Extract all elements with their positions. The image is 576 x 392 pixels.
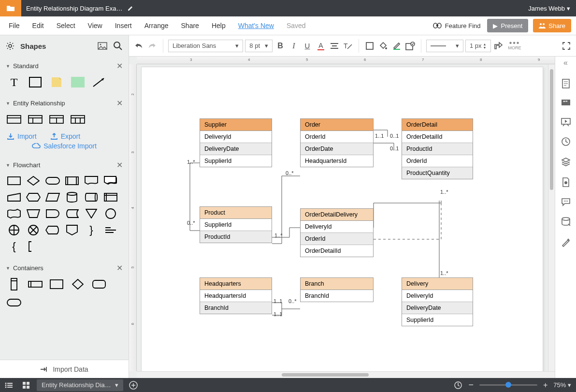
import-data-button[interactable]: Import Data	[0, 360, 129, 378]
fullscreen-button[interactable]	[561, 39, 572, 53]
shape-sum[interactable]	[26, 225, 41, 235]
shape-annotation[interactable]	[26, 241, 41, 252]
menu-arrange[interactable]: Arrange	[144, 22, 169, 29]
shape-container-rounded[interactable]	[92, 278, 106, 290]
clear-format-button[interactable]: T	[342, 39, 354, 53]
image-icon[interactable]	[98, 42, 107, 50]
master-pages-icon[interactable]	[562, 177, 570, 187]
entity-headquarters[interactable]: Headquarters HeadquartersId BranchId	[200, 277, 272, 314]
menu-help[interactable]: Help	[212, 22, 226, 29]
scrollbar-thumb[interactable]	[282, 373, 369, 377]
share-button[interactable]: Share	[533, 19, 571, 32]
section-entity[interactable]: ▼ Entity Relationship ✕	[0, 94, 129, 112]
close-icon[interactable]: ✕	[116, 99, 123, 108]
shape-erd-1[interactable]	[7, 114, 21, 125]
list-view-icon[interactable]	[0, 382, 17, 388]
export-link[interactable]: Export	[50, 132, 80, 140]
shape-erd-2[interactable]	[28, 114, 43, 125]
data-sets-icon[interactable]	[561, 217, 571, 227]
shape-manual-op[interactable]	[26, 208, 41, 219]
shape-decision[interactable]	[26, 175, 41, 186]
shape-preparation[interactable]	[26, 192, 41, 203]
sync-icon[interactable]	[454, 381, 462, 390]
align-button[interactable]	[329, 39, 340, 53]
present-button[interactable]: ▶ Present	[487, 19, 528, 32]
grid-view-icon[interactable]	[17, 382, 35, 389]
shape-terminator[interactable]	[45, 175, 60, 186]
fill-color-button[interactable]	[377, 39, 389, 53]
canvas[interactable]: 3 4 5 6 7 8 9 2 3 4 5 6 7	[129, 57, 555, 378]
menu-view[interactable]: View	[88, 22, 102, 29]
text-color-button[interactable]: A	[315, 39, 327, 53]
shape-rect[interactable]	[28, 76, 43, 88]
zoom-out-button[interactable]: −	[468, 380, 474, 390]
zoom-in-button[interactable]: +	[543, 381, 547, 390]
menu-whats-new[interactable]: What's New	[238, 22, 274, 29]
redo-button[interactable]	[146, 39, 158, 53]
shape-fill-button[interactable]	[364, 39, 375, 53]
shape-container-pill[interactable]	[7, 297, 21, 308]
salesforce-import-link[interactable]: Salesforce Import	[0, 142, 129, 156]
shape-storage[interactable]	[84, 192, 99, 203]
import-link[interactable]: Import	[7, 132, 37, 140]
shape-predef[interactable]	[65, 175, 79, 186]
chat-icon[interactable]	[561, 198, 571, 206]
layers-icon[interactable]	[561, 157, 571, 167]
entity-delivery[interactable]: Delivery DeliveryId DeliveryDate Supplie…	[402, 277, 473, 326]
entity-supplier[interactable]: Supplier DeliveryId DeliveryDate Supplie…	[200, 118, 272, 167]
user-menu[interactable]: James Webb ▾	[528, 5, 570, 12]
add-page-button[interactable]	[126, 381, 141, 390]
comments-icon[interactable]: ❝❞	[561, 99, 571, 107]
shape-database[interactable]	[65, 192, 79, 203]
line-route-button[interactable]	[493, 39, 504, 53]
canvas-page[interactable]: Supplier DeliveryId DeliveryDate Supplie…	[142, 67, 543, 378]
zoom-value[interactable]: 75% ▾	[553, 381, 571, 389]
shape-brace-left[interactable]: {	[7, 241, 21, 252]
shape-text[interactable]: T	[7, 76, 21, 88]
line-style-select[interactable]: ▾	[426, 40, 463, 52]
entity-product[interactable]: Product SupplierId ProductId	[200, 206, 272, 243]
scrollbar-thumb[interactable]	[550, 69, 553, 190]
shape-data[interactable]	[45, 192, 60, 203]
edit-title-icon[interactable]	[127, 5, 134, 12]
entity-orderdetail[interactable]: OrderDetail OrderDetailId ProductId Orde…	[402, 118, 473, 179]
shape-display[interactable]	[45, 225, 60, 235]
close-icon[interactable]: ✕	[116, 61, 123, 71]
shape-options-button[interactable]	[404, 39, 416, 53]
page-tab[interactable]: Entity Relationship Dia… ▾	[37, 379, 123, 391]
shape-container-diamond[interactable]	[71, 278, 85, 290]
shape-multidoc[interactable]	[103, 175, 118, 186]
shape-swim-v[interactable]	[7, 278, 21, 290]
shape-block[interactable]	[71, 76, 85, 88]
shape-delay[interactable]	[45, 208, 60, 219]
bold-button[interactable]: B	[274, 39, 286, 53]
present-panel-icon[interactable]	[561, 117, 571, 126]
undo-button[interactable]	[133, 39, 144, 53]
shape-paper-tape[interactable]	[7, 208, 21, 219]
entity-orderdetaildelivery[interactable]: OrderDetailDelivery DeliveryId OrderId O…	[300, 208, 374, 257]
shape-process[interactable]	[7, 175, 21, 186]
shape-arrow[interactable]	[92, 76, 106, 88]
italic-button[interactable]: I	[288, 39, 300, 53]
shape-manual-input[interactable]	[7, 192, 21, 203]
scrollbar-horizontal[interactable]	[137, 371, 555, 378]
shape-swim-h[interactable]	[28, 278, 43, 290]
gear-icon[interactable]	[6, 42, 14, 50]
menu-file[interactable]: File	[9, 22, 20, 29]
history-icon[interactable]	[561, 137, 571, 146]
font-size-select[interactable]: 8 pt▾	[245, 40, 273, 52]
shape-erd-4[interactable]	[71, 114, 85, 125]
search-icon[interactable]	[113, 41, 123, 51]
shape-container-rect[interactable]	[49, 278, 64, 290]
notes-icon[interactable]	[562, 79, 570, 88]
magic-icon[interactable]	[561, 237, 571, 247]
feature-find[interactable]: Feature Find	[433, 22, 481, 29]
shape-note-body[interactable]	[103, 225, 118, 235]
section-flowchart[interactable]: ▼ Flowchart ✕	[0, 156, 129, 174]
border-color-button[interactable]	[391, 39, 403, 53]
shape-or[interactable]	[7, 225, 21, 235]
document-title[interactable]: Entity Relationship Diagram Exa…	[26, 5, 122, 12]
shape-merge[interactable]	[84, 208, 99, 219]
shape-note[interactable]	[49, 76, 64, 88]
shape-brace-right[interactable]: }	[84, 225, 99, 235]
